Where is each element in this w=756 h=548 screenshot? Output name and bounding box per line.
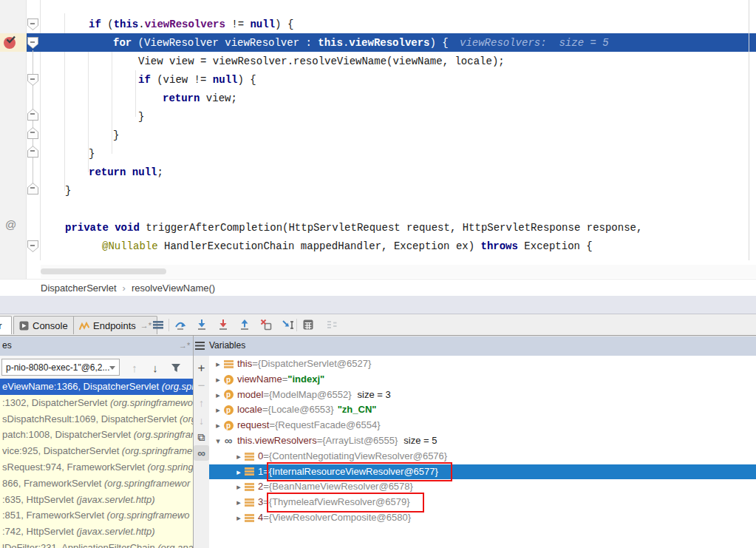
variable-row[interactable]: ▸prequest = {RequestFacade@6554}: [209, 418, 756, 433]
hamburger-icon: [195, 342, 205, 350]
code-line: }: [0, 108, 756, 126]
variable-row[interactable]: ▸this = {DispatcherServlet@6527}: [209, 356, 756, 372]
fold-marker-icon[interactable]: [27, 74, 38, 86]
variable-name: 4: [258, 510, 263, 526]
chevron-right-icon[interactable]: ▸: [213, 418, 223, 433]
toolbar-separator: [168, 319, 169, 331]
variable-row[interactable]: ▸1 = {InternalResourceViewResolver@6577}: [209, 464, 756, 480]
force-step-into-button[interactable]: [215, 317, 231, 333]
variable-name: 3: [258, 495, 263, 510]
fold-marker-icon[interactable]: [27, 146, 38, 158]
thread-dropdown[interactable]: p-nio-8080-exec-1"@6,2...: [1, 359, 120, 376]
hide-frames-filter-button[interactable]: [167, 359, 185, 376]
chevron-down-icon[interactable]: ▾: [213, 433, 223, 449]
fold-marker-icon[interactable]: [27, 183, 38, 194]
code-line: if (view != null) {: [0, 71, 756, 89]
move-watch-up-button[interactable]: ↑: [194, 395, 209, 410]
arrow-down-icon: ↓: [199, 415, 204, 427]
variable-row[interactable]: ▸plocale = {Locale@6553}"zh_CN": [209, 402, 756, 418]
chevron-right-icon[interactable]: ▸: [234, 449, 244, 464]
variable-string-value: "zh_CN": [338, 402, 377, 418]
restore-layout-button[interactable]: [324, 317, 340, 333]
code-line: return view;: [0, 89, 756, 108]
frame-row[interactable]: :851, FrameworkServlet (org.springframew…: [0, 507, 193, 524]
frame-row[interactable]: sDispatchResult:1069, DispatcherServlet …: [0, 411, 193, 427]
frame-row[interactable]: lDoFilter:231, ApplicationFilterChain (o…: [0, 540, 193, 548]
fold-marker-icon[interactable]: [27, 127, 38, 139]
equals-sign: =: [263, 495, 269, 510]
frame-row[interactable]: :1302, DispatcherServlet (org.springfram…: [0, 395, 193, 411]
step-into-button[interactable]: [194, 317, 210, 333]
thread-name: p-nio-8080-exec-1"@6,2...: [6, 362, 110, 373]
equals-sign: =: [269, 418, 275, 433]
frame-row[interactable]: :742, HttpServlet (javax.servlet.http): [0, 524, 193, 540]
variable-value: {ThymeleafViewResolver@6579}: [269, 495, 422, 510]
add-watch-button[interactable]: +: [194, 360, 209, 376]
minus-icon: −: [198, 379, 205, 393]
fold-marker-icon[interactable]: [27, 18, 38, 30]
variable-row[interactable]: ▸pmodel = {ModelMap@6552}size = 3: [209, 388, 756, 403]
variable-name: locale: [237, 402, 262, 418]
next-frame-button[interactable]: ↓: [146, 359, 164, 376]
variable-row[interactable]: ▸0 = {ContentNegotiatingViewResolver@657…: [209, 449, 756, 464]
variable-size-hint: size = 3: [358, 388, 391, 403]
duplicate-watch-button[interactable]: ⧉: [194, 430, 209, 445]
drop-frame-button[interactable]: [258, 317, 274, 333]
equals-sign: =: [252, 356, 258, 372]
breadcrumb-method[interactable]: resolveViewName(): [132, 283, 215, 294]
variables-panel: ▸this = {DispatcherServlet@6527}▸pviewNa…: [209, 356, 756, 548]
chevron-right-icon[interactable]: ▸: [234, 464, 244, 480]
debugger-inline-hint: viewResolvers: size = 5: [460, 34, 609, 53]
run-to-cursor-button[interactable]: [279, 317, 296, 333]
tab-endpoints[interactable]: Endpoints →*: [73, 316, 157, 334]
frame-row[interactable]: patch:1008, DispatcherServlet (org.sprin…: [0, 427, 193, 443]
variable-row[interactable]: ▸pviewName = "indexj": [209, 372, 756, 388]
toolwindow-top-band: [0, 296, 756, 314]
tab-debugger[interactable]: er: [0, 316, 12, 334]
chevron-right-icon[interactable]: ▸: [213, 372, 223, 388]
horizontal-scrollbar[interactable]: [41, 265, 756, 278]
frame-row[interactable]: sRequest:974, FrameworkServlet (org.spri…: [0, 459, 193, 476]
code-line: }: [0, 126, 756, 145]
scrollbar-thumb[interactable]: [41, 268, 166, 274]
debug-panel-headers: es →* Variables: [0, 336, 756, 356]
chevron-right-icon[interactable]: ▸: [234, 495, 244, 510]
glasses-icon: ∞: [197, 447, 205, 459]
debug-tabbar: er Console →* Endpoints →*: [0, 314, 756, 336]
chevron-right-icon[interactable]: ▸: [213, 388, 223, 403]
variable-row[interactable]: ▸2 = {BeanNameViewResolver@6578}: [209, 479, 756, 495]
frame-row[interactable]: vice:925, DispatcherServlet (org.springf…: [0, 443, 193, 459]
endpoints-icon: [79, 321, 89, 331]
variable-row[interactable]: ▸3 = {ThymeleafViewResolver@6579}: [209, 495, 756, 510]
debugger-menu-button[interactable]: [150, 317, 166, 333]
breakpoint-icon[interactable]: [3, 35, 18, 50]
code-line: [0, 200, 756, 219]
show-watches-toggle[interactable]: ∞: [194, 445, 209, 461]
breadcrumb-class[interactable]: DispatcherServlet: [41, 283, 117, 294]
previous-frame-button[interactable]: ↑: [126, 359, 143, 376]
chevron-right-icon[interactable]: ▸: [234, 510, 244, 526]
frame-row[interactable]: 866, FrameworkServlet (org.springframewo…: [0, 476, 193, 492]
fold-marker-icon[interactable]: [27, 109, 38, 121]
frame-row[interactable]: eViewName:1366, DispatcherServlet (org.s…: [0, 379, 193, 395]
variable-value: {InternalResourceViewResolver@6577}: [269, 464, 450, 480]
variable-row[interactable]: ▸4 = {ViewResolverComposite@6580}: [209, 510, 756, 526]
remove-watch-button[interactable]: −: [194, 378, 209, 393]
code-line: if (this.viewResolvers != null) {: [0, 16, 756, 34]
step-out-button[interactable]: [236, 317, 253, 333]
chevron-right-icon[interactable]: ▸: [213, 402, 223, 418]
chevron-right-icon[interactable]: ▸: [234, 479, 244, 495]
fold-marker-icon[interactable]: [27, 240, 38, 252]
frame-row[interactable]: :635, HttpServlet (javax.servlet.http): [0, 492, 193, 508]
fold-marker-icon[interactable]: [27, 37, 38, 49]
variable-value: {Locale@6553}: [268, 402, 334, 418]
equals-sign: =: [262, 402, 268, 418]
evaluate-expression-button[interactable]: [300, 317, 316, 333]
step-over-button[interactable]: [172, 317, 188, 333]
plus-icon: +: [198, 361, 205, 376]
move-watch-down-button[interactable]: ↓: [194, 413, 209, 428]
variable-row[interactable]: ▾∞this.viewResolvers = {ArrayList@6555}s…: [209, 433, 756, 449]
variable-name: this.viewResolvers: [237, 433, 317, 449]
code-editor[interactable]: if (this.viewResolvers != null) {for (Vi…: [0, 0, 756, 279]
chevron-right-icon[interactable]: ▸: [213, 356, 223, 372]
